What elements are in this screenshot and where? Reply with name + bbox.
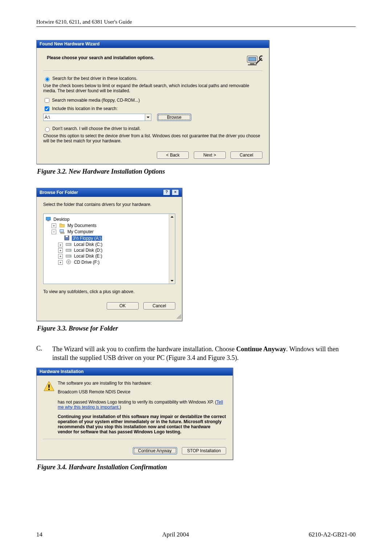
search-help-text: Use the check boxes below to limit or ex… <box>43 83 262 93</box>
computer-icon <box>59 229 65 235</box>
tree-label: My Documents <box>68 223 97 228</box>
scrollbar[interactable] <box>169 214 175 284</box>
page-date: April 2004 <box>162 531 189 538</box>
header-rule <box>36 27 356 27</box>
browse-for-folder-dialog: Browse For Folder ? × Select the folder … <box>36 188 182 321</box>
help-button-icon[interactable]: ? <box>163 189 170 195</box>
figure-3-2-caption: Figure 3.2. New Hardware Installation Op… <box>37 168 356 175</box>
page-footer: 14 April 2004 6210-A2-GB21-00 <box>36 531 356 538</box>
svg-rect-10 <box>66 236 68 237</box>
svg-point-14 <box>70 250 71 251</box>
step-text: The Wizard will ask you to confirm the h… <box>52 345 236 353</box>
cd-drive-icon <box>65 259 72 266</box>
hwi-titlebar: Hardware Installation <box>37 368 233 376</box>
svg-rect-6 <box>47 220 49 221</box>
scroll-down-icon[interactable] <box>169 278 175 284</box>
bff-hint: To view any subfolders, click a plus sig… <box>43 289 175 294</box>
location-combo[interactable] <box>43 114 151 121</box>
floppy-icon <box>64 235 70 242</box>
svg-rect-2 <box>250 63 254 64</box>
svg-rect-1 <box>249 57 256 61</box>
radio-dont-search[interactable] <box>45 127 50 132</box>
chevron-down-icon[interactable] <box>145 114 151 121</box>
bff-titlebar: Browse For Folder ? × <box>37 188 182 197</box>
svg-point-16 <box>70 256 71 256</box>
folder-icon <box>59 223 65 228</box>
step-body: The Wizard will ask you to confirm the h… <box>52 345 356 362</box>
tree-label: Local Disk (C:) <box>74 242 103 247</box>
hardware-installation-dialog: Hardware Installation The software you a… <box>36 368 233 460</box>
expand-icon[interactable]: + <box>58 243 63 247</box>
expand-icon[interactable]: + <box>58 254 63 259</box>
cancel-button[interactable]: Cancel <box>230 151 262 159</box>
wizard-heading: Please choose your search and installati… <box>43 53 262 69</box>
tree-node-desktop[interactable]: Desktop <box>45 216 173 223</box>
tree-node-d[interactable]: + Local Disk (D:) <box>45 248 173 253</box>
tree-node-c[interactable]: + Local Disk (C:) <box>45 242 173 247</box>
wizard-title: Found New Hardware Wizard <box>40 41 99 46</box>
browse-button[interactable]: Browse <box>157 114 191 121</box>
warning-icon <box>43 381 58 434</box>
next-button[interactable]: Next > <box>194 151 226 159</box>
hwi-line1: The software you are installing for this… <box>58 381 226 386</box>
drive-icon <box>65 248 72 253</box>
step-c: C. The Wizard will ask you to confirm th… <box>36 345 356 362</box>
svg-rect-8 <box>61 232 64 234</box>
tree-node-mycomputer[interactable]: − My Computer <box>45 229 173 235</box>
tree-label: My Computer <box>68 229 94 234</box>
svg-point-18 <box>68 261 69 262</box>
close-icon[interactable]: × <box>172 189 179 195</box>
dont-search-help-text: Choose this option to select the device … <box>43 133 262 143</box>
radio-dont-search-label: Don't search. I will choose the driver t… <box>52 126 140 131</box>
tree-node-floppy[interactable]: 3½ Floppy (A:) <box>45 235 173 242</box>
svg-rect-5 <box>46 217 50 220</box>
tree-node-e[interactable]: + Local Disk (E:) <box>45 254 173 259</box>
tree-label: Local Disk (D:) <box>74 248 103 253</box>
desktop-icon <box>45 216 52 223</box>
checkbox-include-location[interactable] <box>45 106 49 111</box>
back-button[interactable]: < Back <box>157 151 189 159</box>
tree-node-cd[interactable]: + CD Drive (F:) <box>45 259 173 266</box>
running-head: Hotwire 6210, 6211, and 6381 User's Guid… <box>36 19 356 25</box>
hwi-logo-text: has not passed Windows Logo testing to v… <box>58 400 226 410</box>
svg-point-12 <box>70 244 71 245</box>
expand-icon[interactable]: + <box>58 260 63 265</box>
svg-rect-7 <box>60 230 64 232</box>
drive-icon <box>65 242 72 247</box>
bff-prompt: Select the folder that contains drivers … <box>43 202 175 207</box>
location-input[interactable] <box>43 114 145 121</box>
tree-label: Local Disk (E:) <box>74 254 102 259</box>
svg-rect-3 <box>248 64 257 65</box>
checkbox-search-removable[interactable] <box>45 98 49 103</box>
stop-installation-button[interactable]: STOP Installation <box>182 447 226 454</box>
resize-grip-icon[interactable] <box>177 315 181 320</box>
tree-label: CD Drive (F:) <box>74 259 100 264</box>
checkbox-include-location-label: Include this location in the search: <box>52 106 118 111</box>
checkbox-search-removable-label: Search removable media (floppy, CD-ROM..… <box>52 98 140 103</box>
cancel-button[interactable]: Cancel <box>143 302 175 309</box>
expand-icon[interactable]: + <box>52 223 56 228</box>
hardware-icon <box>245 53 262 70</box>
tree-label-selected: 3½ Floppy (A:) <box>72 236 102 241</box>
hwi-warning-block: Continuing your installation of this sof… <box>58 414 226 434</box>
ok-button[interactable]: OK <box>107 302 139 309</box>
figure-3-4-caption: Figure 3.4. Hardware Installation Confir… <box>37 463 356 471</box>
expand-icon[interactable]: + <box>58 248 63 253</box>
folder-tree[interactable]: Desktop + My Documents − M <box>43 214 175 284</box>
svg-rect-19 <box>48 384 49 388</box>
tree-label: Desktop <box>53 217 69 222</box>
collapse-icon[interactable]: − <box>52 230 56 234</box>
continue-anyway-button[interactable]: Continue Anyway <box>133 447 177 454</box>
wizard-titlebar: Found New Hardware Wizard <box>37 40 269 48</box>
radio-search-locations[interactable] <box>45 77 50 82</box>
found-new-hardware-wizard: Found New Hardware Wizard Please choose … <box>36 40 269 164</box>
hwi-title: Hardware Installation <box>40 369 83 374</box>
svg-point-20 <box>48 389 50 390</box>
scroll-up-icon[interactable] <box>169 214 175 220</box>
hwi-device-name: Broadcom USB Remote NDIS Device <box>58 389 226 394</box>
step-bold: Continue Anyway <box>236 345 286 353</box>
figure-3-3-caption: Figure 3.3. Browse for Folder <box>37 325 356 332</box>
tree-node-mydocuments[interactable]: + My Documents <box>45 223 173 228</box>
radio-search-locations-label: Search for the best driver in these loca… <box>52 76 137 81</box>
drive-icon <box>65 254 72 259</box>
